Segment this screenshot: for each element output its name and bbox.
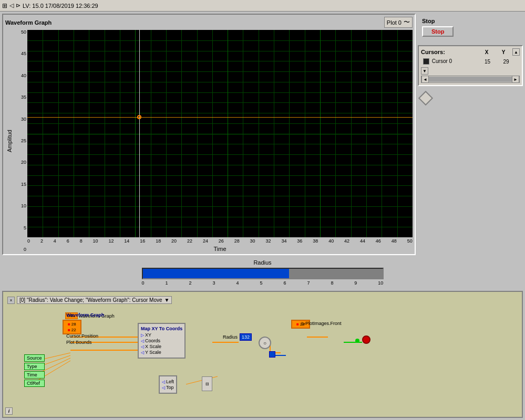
cursor-v-line — [139, 30, 140, 237]
x-axis-label: Time — [27, 246, 413, 252]
cursor-dot[interactable] — [137, 115, 141, 119]
stop-section: Stop Stop — [418, 14, 523, 41]
x-axis-ticks: 0 2 4 6 8 10 12 14 16 18 20 22 2 — [27, 237, 413, 245]
diagram-section: x [0] "Radius": Value Change; "Waveform … — [2, 291, 523, 418]
y-axis-ticks: 50 45 40 35 30 25 20 15 10 5 0 — [15, 30, 27, 252]
radius-slider-fill — [143, 269, 289, 278]
input-cluster: Source Type Time CtlRef — [24, 354, 45, 387]
forward-icon[interactable]: ⊳ — [16, 2, 20, 9]
stop-label: Stop — [422, 18, 435, 24]
x-axis-area: 0 2 4 6 8 10 12 14 16 18 20 22 2 — [27, 237, 413, 252]
diamond-btn[interactable] — [418, 90, 434, 106]
radius-label: Radius — [253, 259, 271, 266]
waveform-graph-cursor-label: Waveform Graph — [66, 312, 104, 318]
ctlref-input[interactable]: CtlRef — [24, 380, 45, 387]
scroll-right-btn[interactable]: ► — [512, 76, 519, 83]
scroll-left-btn[interactable]: ◄ — [421, 76, 429, 83]
graph-title-bar: Waveform Graph Plot 0 〜 — [5, 17, 413, 28]
map-xy-block[interactable]: Map XY To Coords ▷XY ◁Coords ◁X Scale ◁Y… — [138, 323, 186, 359]
radius-section: Radius 0 1 2 3 4 5 6 7 8 9 10 — [2, 257, 523, 289]
graph-area: Amplitud 50 45 40 35 30 25 20 15 10 5 0 — [5, 30, 413, 252]
type-input[interactable]: Type — [24, 363, 45, 370]
lv-icon: ⊞ — [2, 2, 7, 9]
graph-canvas-wrapper[interactable] — [27, 30, 413, 237]
diagram-dropdown[interactable]: [0] "Radius": Value Change; "Waveform Gr… — [17, 296, 172, 304]
main-area: Waveform Graph Plot 0 〜 Amplitud 50 45 4… — [0, 12, 525, 420]
top-section: Waveform Graph Plot 0 〜 Amplitud 50 45 4… — [2, 14, 523, 255]
left-top-block[interactable]: ◁Left ◁Top — [159, 375, 177, 394]
loop-node[interactable]: ○ — [259, 337, 271, 349]
cursor-row: Cursor 0 15 29 — [421, 58, 520, 65]
diagram-content: DBL Waveform Graph ■ 28 ■ 22 — [18, 308, 386, 408]
radius-ticks: 0 1 2 3 4 5 6 7 8 9 10 — [142, 279, 384, 287]
back-icon[interactable]: ◁ — [9, 2, 14, 9]
plot-bounds-label: Plot Bounds — [66, 340, 98, 345]
graph-canvas[interactable] — [27, 30, 413, 237]
time-input[interactable]: Time — [24, 371, 45, 379]
scroll-up-btn[interactable]: ▲ — [512, 48, 520, 56]
plot-wave-icon: 〜 — [404, 18, 410, 27]
radius-node: Radius 132 — [223, 333, 252, 341]
scroll-down-btn[interactable]: ▼ — [421, 67, 428, 75]
cursor-h-line — [27, 117, 413, 118]
diagram-title-bar: x [0] "Radius": Value Change; "Waveform … — [7, 296, 518, 304]
title-text: LV: 15.0 17/08/2019 12:36:29 — [23, 3, 98, 9]
plot-label: Plot 0 〜 — [384, 17, 413, 28]
plot-images-label: ▷PlotImages.Front — [302, 321, 342, 326]
cursor-pos-block: Cursor.Position Plot Bounds — [66, 333, 98, 345]
graph-panel: Waveform Graph Plot 0 〜 Amplitud 50 45 4… — [2, 14, 416, 255]
cursor-x-value: 15 — [482, 58, 501, 65]
cursors-table: Cursor 0 15 29 — [421, 58, 520, 65]
title-bar: ⊞ ◁ ⊳ LV: 15.0 17/08/2019 12:36:29 — [0, 0, 525, 12]
radius-slider[interactable] — [142, 268, 384, 279]
red-stop-terminal — [362, 335, 370, 344]
info-box[interactable]: i — [5, 407, 13, 415]
waveform-graph-node1[interactable]: ■ 28 ■ 22 — [63, 320, 81, 334]
blue-square — [269, 351, 275, 358]
h-scrollbar[interactable]: ◄ ► — [421, 76, 520, 83]
cursor-color — [423, 58, 429, 65]
bundle-icon: ⊟ — [202, 376, 212, 391]
graph-title: Waveform Graph — [5, 19, 52, 26]
col-x-label: X — [479, 49, 495, 55]
dropdown-arrow-icon: ▼ — [164, 297, 170, 303]
right-panel: Stop Stop Cursors: X Y ▲ — [418, 14, 523, 255]
diagram-close-btn[interactable]: x — [7, 297, 15, 304]
cursor-name: Cursor 0 — [432, 58, 452, 64]
green-dot — [355, 339, 359, 343]
cursors-header: Cursors: X Y ▲ — [421, 48, 520, 56]
scroll-track-h — [429, 77, 512, 82]
col-y-label: Y — [496, 49, 511, 55]
cursor-position-label: Cursor.Position — [66, 333, 98, 339]
y-axis-label: Amplitud — [5, 30, 14, 252]
radius-value-box[interactable]: 132 — [240, 333, 252, 341]
cursor-y-value: 29 — [501, 58, 520, 65]
diamond-icon — [418, 91, 433, 106]
cursors-title: Cursors: — [421, 49, 445, 55]
source-input[interactable]: Source — [24, 354, 45, 362]
cursors-panel: Cursors: X Y ▲ Cursor 0 — [418, 45, 523, 86]
radius-node-label: Radius — [223, 334, 238, 340]
stop-button[interactable]: Stop — [422, 26, 454, 37]
